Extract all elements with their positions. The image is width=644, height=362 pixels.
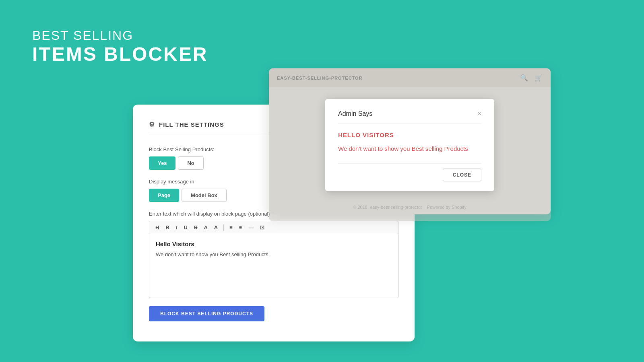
toolbar-b[interactable]: B <box>163 224 171 231</box>
block-best-selling-button[interactable]: BLOCK BEST SELLING PRODUCTS <box>149 306 264 321</box>
toolbar-u[interactable]: U <box>182 224 189 231</box>
modal-title: Admin Says <box>338 110 372 117</box>
toolbar-h[interactable]: H <box>153 224 161 231</box>
editor-body: We don't want to show you Best selling P… <box>156 251 392 257</box>
toolbar-ul[interactable]: ≡ <box>237 224 244 231</box>
editor-title: Hello Visitors <box>156 241 392 247</box>
gear-icon: ⚙ <box>149 121 155 128</box>
modal-overlay: Admin Says × HELLO VISITORS We don't wan… <box>269 68 551 221</box>
toolbar-s[interactable]: S <box>192 224 200 231</box>
model-box-button[interactable]: Model Box <box>182 189 227 202</box>
toolbar-a1[interactable]: A <box>202 224 209 231</box>
toolbar-ol[interactable]: ≡ <box>227 224 235 231</box>
close-button[interactable]: CLOSE <box>443 169 481 181</box>
editor-content[interactable]: Hello Visitors We don't want to show you… <box>149 234 398 298</box>
modal-close-x-button[interactable]: × <box>478 110 481 117</box>
page-button[interactable]: Page <box>149 189 179 202</box>
hero-line1: BEST SELLING <box>32 28 208 43</box>
modal-heading: HELLO VISITORS <box>338 132 481 138</box>
toolbar-a2[interactable]: A <box>212 224 220 231</box>
hero-line2: ITEMS BLOCKER <box>32 43 208 65</box>
modal-message: We don't want to show you Best selling P… <box>338 144 481 154</box>
modal-header: Admin Says × <box>338 110 481 123</box>
toolbar-divider1 <box>223 224 224 231</box>
no-button[interactable]: No <box>178 156 203 170</box>
toolbar-hr[interactable]: — <box>246 224 256 231</box>
editor-toolbar: H B I U S A A ≡ ≡ — ⊡ <box>149 221 398 234</box>
toolbar-table[interactable]: ⊡ <box>258 224 266 231</box>
modal-footer: CLOSE <box>338 163 481 181</box>
settings-title-text: FILL THE SETTINGS <box>159 121 224 128</box>
toolbar-i[interactable]: I <box>174 224 180 231</box>
hero-section: BEST SELLING ITEMS BLOCKER <box>32 28 208 65</box>
admin-modal: Admin Says × HELLO VISITORS We don't wan… <box>325 99 494 191</box>
yes-button[interactable]: Yes <box>149 156 175 170</box>
